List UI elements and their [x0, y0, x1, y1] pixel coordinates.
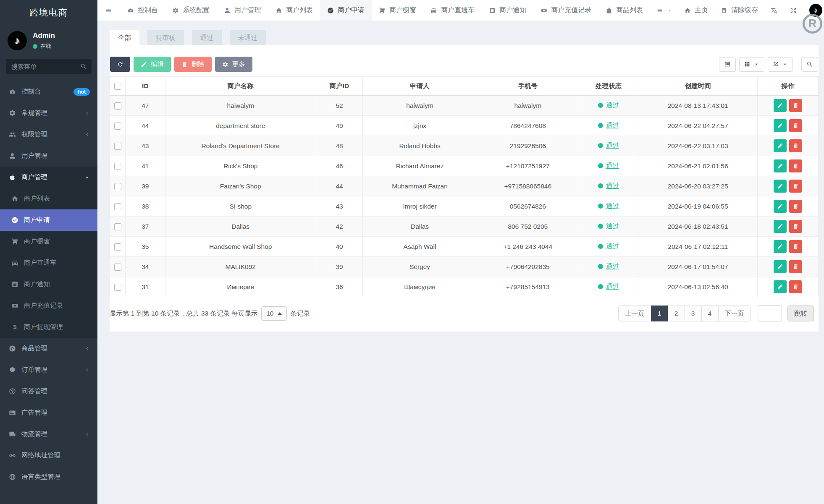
- user-avatar[interactable]: ♪: [8, 31, 27, 50]
- row-checkbox[interactable]: [114, 223, 121, 230]
- edit-button[interactable]: 编辑: [134, 57, 171, 72]
- row-edit-button[interactable]: [774, 139, 787, 152]
- detail-view-button[interactable]: [719, 57, 736, 72]
- more-button[interactable]: 更多: [215, 57, 252, 72]
- sidebar-item-merchant-apply[interactable]: 商户申请: [0, 209, 97, 231]
- row-delete-button[interactable]: [789, 180, 802, 193]
- sidebar-item-merchant-recharge[interactable]: 商户充值记录: [0, 295, 97, 316]
- status-link[interactable]: 通过: [606, 102, 619, 109]
- tab-all[interactable]: 全部: [110, 30, 139, 45]
- menu-search-input[interactable]: [6, 59, 92, 74]
- next-page-button[interactable]: 下一页: [718, 306, 751, 321]
- topnav-item-product-list[interactable]: 商品列表: [598, 0, 650, 21]
- sidebar-item-dashboard[interactable]: 控制台hot: [0, 81, 97, 102]
- sidebar-item-merchant-list[interactable]: 商户列表: [0, 188, 97, 209]
- topnav-item-merchant-apply[interactable]: 商户申请: [320, 0, 372, 21]
- select-all-checkbox[interactable]: [114, 83, 121, 90]
- sidebar-item-logistics-mgmt[interactable]: 物流管理: [0, 423, 97, 445]
- sidebar-item-user-mgmt[interactable]: 用户管理: [0, 145, 97, 167]
- topnav-item-system-config[interactable]: 系统配置: [165, 0, 217, 21]
- sidebar-item-network-address-mgmt[interactable]: 网络地址管理: [0, 445, 97, 466]
- page-button-3[interactable]: 3: [685, 306, 702, 321]
- page-size-select[interactable]: 10: [261, 306, 286, 321]
- row-delete-button[interactable]: [789, 119, 802, 132]
- status-link[interactable]: 通过: [606, 202, 619, 209]
- sidebar-item-language-type-mgmt[interactable]: 语言类型管理: [0, 466, 97, 488]
- jump-button[interactable]: 跳转: [787, 306, 814, 321]
- row-checkbox[interactable]: [114, 123, 121, 130]
- row-edit-button[interactable]: [774, 220, 787, 233]
- row-checkbox[interactable]: [114, 183, 121, 190]
- sidebar-item-product-mgmt[interactable]: 商品管理: [0, 338, 97, 359]
- status-link[interactable]: 通过: [606, 122, 619, 129]
- jump-page-input[interactable]: [758, 306, 782, 321]
- sidebar-item-merchant-withdraw[interactable]: 商户提现管理: [0, 316, 97, 338]
- sidebar-item-qa-mgmt[interactable]: 问答管理: [0, 381, 97, 402]
- table-search-button[interactable]: [801, 57, 818, 72]
- delete-button[interactable]: 删除: [174, 57, 212, 72]
- row-checkbox[interactable]: [114, 264, 121, 271]
- nav-fullscreen-button[interactable]: [784, 7, 803, 14]
- sidebar-item-general-mgmt[interactable]: 常规管理: [0, 102, 97, 124]
- row-edit-button[interactable]: [774, 119, 787, 132]
- tab-rejected[interactable]: 未通过: [230, 30, 266, 45]
- status-dot-icon: [598, 224, 603, 229]
- nav-list-menu-button[interactable]: [650, 7, 678, 14]
- row-delete-button[interactable]: [789, 139, 802, 152]
- tab-pending[interactable]: 待审核: [147, 30, 184, 45]
- sidebar-item-permission-mgmt[interactable]: 权限管理: [0, 124, 97, 145]
- sidebar-item-merchant-window[interactable]: 商户橱窗: [0, 231, 97, 252]
- row-edit-button[interactable]: [774, 260, 787, 273]
- row-edit-button[interactable]: [774, 180, 787, 193]
- status-link[interactable]: 通过: [606, 142, 619, 149]
- topnav-item-merchant-notice[interactable]: 商户通知: [482, 0, 533, 21]
- status-link[interactable]: 通过: [606, 243, 619, 250]
- row-edit-button[interactable]: [774, 240, 787, 253]
- row-delete-button[interactable]: [789, 200, 802, 213]
- prev-page-button[interactable]: 上一页: [618, 306, 651, 321]
- page-button-1[interactable]: 1: [651, 306, 668, 321]
- status-link[interactable]: 通过: [606, 182, 619, 189]
- topnav-item-merchant-express[interactable]: 商户直通车: [423, 0, 482, 21]
- row-edit-button[interactable]: [774, 280, 787, 293]
- row-delete-button[interactable]: [789, 240, 802, 253]
- refresh-button[interactable]: [110, 57, 130, 72]
- export-button[interactable]: [768, 57, 793, 72]
- row-checkbox[interactable]: [114, 284, 121, 291]
- topnav-item-dashboard[interactable]: 控制台: [120, 0, 165, 21]
- sidebar-item-merchant-express[interactable]: 商户直通车: [0, 252, 97, 274]
- row-delete-button[interactable]: [789, 99, 802, 112]
- status-link[interactable]: 通过: [606, 222, 619, 230]
- row-checkbox[interactable]: [114, 163, 121, 170]
- topnav-item-merchant-recharge[interactable]: 商户充值记录: [533, 0, 598, 21]
- row-delete-button[interactable]: [789, 280, 802, 293]
- row-edit-button[interactable]: [774, 200, 787, 213]
- sidebar-item-merchant-mgmt[interactable]: 商户管理: [0, 167, 97, 188]
- sidebar-toggle-button[interactable]: [97, 0, 120, 21]
- row-delete-button[interactable]: [789, 220, 802, 233]
- columns-button[interactable]: [739, 57, 764, 72]
- sidebar-item-order-mgmt[interactable]: 订单管理: [0, 359, 97, 381]
- topnav-item-merchant-list[interactable]: 商户列表: [268, 0, 320, 21]
- nav-home-button[interactable]: 主页: [678, 6, 714, 15]
- sidebar-item-ad-mgmt[interactable]: 广告管理: [0, 402, 97, 423]
- status-link[interactable]: 通过: [606, 162, 619, 169]
- row-checkbox[interactable]: [114, 143, 121, 150]
- sidebar-item-merchant-notice[interactable]: 商户通知: [0, 274, 97, 295]
- nav-clear-cache-button[interactable]: 清除缓存: [714, 6, 764, 15]
- row-edit-button[interactable]: [774, 159, 787, 172]
- topnav-item-user-mgmt[interactable]: 用户管理: [217, 0, 268, 21]
- page-button-2[interactable]: 2: [668, 306, 685, 321]
- row-checkbox[interactable]: [114, 203, 121, 210]
- row-checkbox[interactable]: [114, 102, 121, 110]
- row-checkbox[interactable]: [114, 243, 121, 251]
- page-button-4[interactable]: 4: [701, 306, 719, 321]
- tab-approved[interactable]: 通过: [192, 30, 222, 45]
- row-edit-button[interactable]: [774, 99, 787, 112]
- topnav-item-merchant-window[interactable]: 商户橱窗: [372, 0, 423, 21]
- row-delete-button[interactable]: [789, 159, 802, 172]
- status-link[interactable]: 通过: [606, 283, 619, 290]
- row-delete-button[interactable]: [789, 260, 802, 273]
- status-link[interactable]: 通过: [606, 263, 619, 270]
- nav-translate-button[interactable]: [764, 7, 784, 14]
